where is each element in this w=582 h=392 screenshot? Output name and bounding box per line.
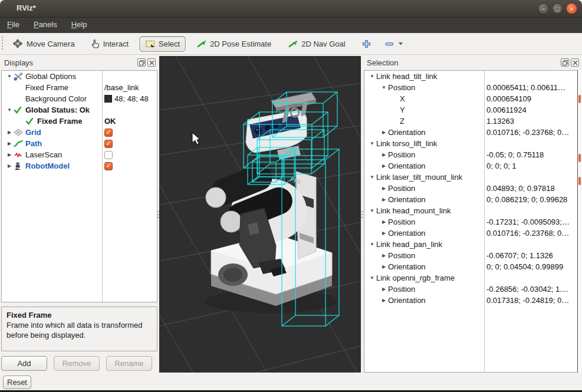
expander-open-icon[interactable]: ▼ [380, 82, 388, 93]
expander-closed-icon[interactable]: ▶ [380, 149, 388, 160]
tree-row-link-laser-tilt-mount-link[interactable]: ▼Link laser_tilt_mount_link [364, 172, 580, 183]
right-splitter[interactable] [361, 211, 363, 218]
close-button[interactable]: × [566, 3, 577, 14]
expander-closed-icon[interactable]: ▶ [380, 183, 388, 194]
row-value [102, 104, 104, 116]
tree-row-position[interactable]: ▼Position0.00065411; 0.00611… [364, 82, 580, 93]
expander-closed-icon[interactable]: ▶ [380, 228, 388, 239]
row-label: Orientation [388, 127, 426, 138]
row-value: /base_link [102, 82, 139, 93]
row-label: RobotModel [25, 160, 70, 172]
expander-open-icon[interactable]: ▼ [5, 71, 14, 82]
title-bar[interactable]: RViz* − □ × [0, 0, 582, 18]
select-icon [145, 40, 155, 48]
tree-row-orientation[interactable]: ▶Orientation0; 0.086219; 0; 0.99628 [364, 194, 580, 205]
tool-label: Select [159, 39, 180, 48]
menu-file[interactable]: File [0, 18, 27, 31]
tree-row-orientation[interactable]: ▶Orientation0.017318; -0.24819; 0… [364, 295, 580, 306]
tree-row-link-openni-rgb-frame[interactable]: ▼Link openni_rgb_frame [364, 272, 580, 284]
expander-closed-icon[interactable]: ▶ [380, 194, 388, 205]
tree-row-x[interactable]: X0.000654109 [364, 93, 580, 104]
tree-row-link-head-tilt-link[interactable]: ▼Link head_tilt_link [364, 71, 580, 82]
row-value: 0.00611924 [484, 104, 527, 116]
tree-row-link-head-mount-link[interactable]: ▼Link head_mount_link [364, 205, 580, 216]
expander-closed-icon[interactable]: ▶ [380, 284, 388, 295]
expander-closed-icon[interactable]: ▶ [380, 261, 388, 272]
expander-closed-icon[interactable]: ▶ [5, 138, 14, 149]
pose-arrow-icon [196, 40, 206, 48]
tree-row-y[interactable]: Y0.00611924 [364, 104, 580, 116]
tool-2d-nav-goal[interactable]: 2D Nav Goal [282, 36, 351, 52]
selection-tree[interactable]: ▼Link head_tilt_link▼Position0.00065411;… [364, 70, 581, 373]
maximize-button[interactable]: □ [552, 3, 563, 14]
enabled-checkbox-checked[interactable]: ✓ [104, 140, 113, 148]
add-button[interactable]: Add [1, 356, 47, 371]
add-tool-button[interactable] [356, 37, 377, 51]
expander-closed-icon[interactable]: ▶ [5, 127, 14, 138]
expander-open-icon[interactable]: ▼ [368, 272, 376, 284]
expander-closed-icon[interactable]: ▶ [5, 149, 14, 160]
tree-row-orientation[interactable]: ▶Orientation0; 0; 0.04504; 0.99899 [364, 261, 580, 272]
tree-row-orientation[interactable]: ▶Orientation0; 0; 0; 1 [364, 160, 580, 172]
expander-open-icon[interactable]: ▼ [368, 172, 376, 183]
selection-float-button[interactable] [561, 58, 569, 67]
selection-scrollbar[interactable] [577, 70, 581, 373]
expander-closed-icon[interactable]: ▶ [380, 127, 388, 138]
selection-close-button[interactable] [571, 58, 579, 67]
tool-2d-pose-estimate[interactable]: 2D Pose Estimate [190, 36, 277, 52]
toolbar-drag-handle[interactable] [1, 37, 4, 51]
tree-row-path[interactable]: ▶Path✓ [2, 138, 157, 149]
tree-row-global-options[interactable]: ▼Global Options [2, 71, 157, 82]
tree-row-z[interactable]: Z1.13263 [364, 116, 580, 127]
tree-row-position[interactable]: ▶Position-0.06707; 0; 1.1326 [364, 250, 580, 261]
tool-select[interactable]: Select [139, 36, 186, 52]
enabled-checkbox-checked[interactable]: ✓ [104, 129, 113, 137]
expander-closed-icon[interactable]: ▶ [380, 295, 388, 306]
menu-help[interactable]: Help [64, 18, 94, 31]
remove-tool-button[interactable] [379, 39, 409, 49]
tool-move-camera[interactable]: Move Camera [6, 35, 81, 52]
displays-tree[interactable]: ▼Global OptionsFixed Frame/base_linkBack… [1, 70, 157, 302]
tree-row-fixed-frame[interactable]: Fixed Frame/base_link [2, 82, 157, 93]
expander-open-icon[interactable]: ▼ [368, 138, 376, 149]
enabled-checkbox-checked[interactable]: ✓ [104, 162, 113, 170]
tree-row-fixed-frame[interactable]: Fixed FrameOK [2, 116, 157, 127]
rename-button[interactable]: Rename [106, 356, 152, 371]
expander-open-icon[interactable]: ▼ [368, 71, 376, 82]
tree-row-position[interactable]: ▶Position-0.26856; -0.03042; 1.... [364, 284, 580, 295]
tree-row-link-head-pan-link[interactable]: ▼Link head_pan_link [364, 239, 580, 250]
tree-row-orientation[interactable]: ▶Orientation0.010716; -0.23768; 0… [364, 228, 580, 239]
reset-button[interactable]: Reset [3, 375, 31, 389]
minimize-button[interactable]: − [538, 3, 549, 14]
expander-closed-icon[interactable]: ▶ [5, 160, 14, 172]
expander-closed-icon[interactable]: ▶ [380, 250, 388, 261]
expander-closed-icon[interactable]: ▶ [380, 216, 388, 228]
color-swatch[interactable] [104, 95, 112, 103]
tree-row-orientation[interactable]: ▶Orientation0.010716; -0.23768; 0… [364, 127, 580, 138]
row-label: Link openni_rgb_frame [376, 272, 455, 284]
row-label: Position [388, 216, 415, 228]
remove-button[interactable]: Remove [54, 356, 100, 371]
displays-float-button[interactable] [137, 58, 146, 67]
move-camera-icon [12, 39, 23, 48]
3d-viewport[interactable]: PR2 [159, 56, 361, 373]
row-label: Z [400, 116, 405, 127]
tree-row-grid[interactable]: ▶Grid✓ [2, 127, 157, 138]
expander-closed-icon[interactable]: ▶ [380, 160, 388, 172]
expander-open-icon[interactable]: ▼ [5, 104, 14, 116]
menu-panels[interactable]: Panels [27, 18, 64, 31]
tree-row-position[interactable]: ▶Position-0.17231; -0.0095093;… [364, 216, 580, 228]
expander-open-icon[interactable]: ▼ [368, 239, 376, 250]
row-value [484, 205, 486, 216]
tree-row-position[interactable]: ▶Position-0.05; 0; 0.75118 [364, 149, 580, 160]
tree-row-robotmodel[interactable]: ▶RobotModel✓ [2, 160, 157, 172]
expander-open-icon[interactable]: ▼ [368, 205, 376, 216]
enabled-checkbox-unchecked[interactable] [104, 151, 113, 159]
tree-row-global-status-ok[interactable]: ▼Global Status: Ok [2, 104, 157, 116]
tree-row-position[interactable]: ▶Position0.04893; 0; 0.97818 [364, 183, 580, 194]
tool-interact[interactable]: Interact [86, 35, 134, 52]
tree-row-laserscan[interactable]: ▶LaserScan [2, 149, 157, 160]
tree-row-background-color[interactable]: Background Color48; 48; 48 [2, 93, 157, 104]
tree-row-link-torso-lift-link[interactable]: ▼Link torso_lift_link [364, 138, 580, 149]
displays-close-button[interactable] [147, 58, 156, 67]
